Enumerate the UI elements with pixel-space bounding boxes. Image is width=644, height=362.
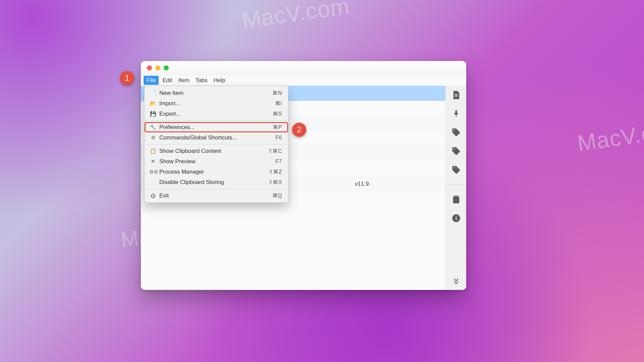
menuitem-label: Commands/Global Shortcuts... (159, 134, 275, 141)
menu-separator (145, 120, 288, 121)
tag-icon[interactable] (451, 127, 461, 137)
svg-rect-2 (455, 216, 456, 217)
menuitem-export[interactable]: 💾 Export... ⌘S (145, 109, 288, 119)
menu-tabs[interactable]: Tabs (193, 75, 211, 85)
menuitem-shortcut: ⌘I (275, 100, 282, 107)
annotation-callout-2: 2 (292, 123, 306, 137)
right-sidebar (445, 86, 466, 290)
file-icon: 📄 (149, 90, 157, 96)
menuitem-new-item[interactable]: 📄 New Item ⌘N (145, 88, 288, 98)
menuitem-show-preview[interactable]: 👁 Show Preview F7 (145, 156, 288, 167)
menuitem-shortcut: ⌘P (273, 124, 282, 130)
menuitem-shortcut: ⇧⌘Z (269, 169, 282, 175)
menuitem-label: Exit (159, 192, 272, 199)
power-icon: ⏻ (149, 193, 157, 198)
tag-icon[interactable] (451, 146, 461, 156)
clipboard-icon: 📋 (149, 148, 157, 154)
chevron-down-icon[interactable] (451, 275, 461, 285)
menu-file[interactable]: File (144, 76, 159, 85)
folder-icon: 📂 (149, 101, 157, 107)
tag-icon[interactable] (451, 165, 461, 175)
annotation-callout-1: 1 (120, 71, 134, 85)
pin-icon[interactable] (451, 109, 461, 119)
menuitem-shortcut: ⇧⌘C (268, 148, 282, 154)
window-titlebar (141, 61, 466, 75)
menu-help[interactable]: Help (211, 75, 228, 85)
menuitem-label: Disable Clipboard Storing (159, 179, 268, 186)
menuitem-show-clipboard[interactable]: 📋 Show Clipboard Content ⇧⌘C (145, 146, 288, 156)
menuitem-label: Process Manager (159, 169, 269, 175)
gears-icon: ⚙⚙ (149, 169, 157, 175)
menuitem-label: Preferences... (159, 124, 273, 131)
maximize-icon[interactable] (164, 65, 169, 70)
menuitem-shortcut: F7 (275, 159, 282, 165)
menuitem-import[interactable]: 📂 Import... ⌘I (145, 98, 288, 109)
gear-icon: ⚙ (149, 135, 157, 141)
menuitem-disable-storing[interactable]: Disable Clipboard Storing ⇧⌘X (145, 177, 288, 187)
file-dropdown: 📄 New Item ⌘N 📂 Import... ⌘I 💾 Export...… (144, 86, 288, 203)
document-icon[interactable] (451, 90, 461, 100)
save-icon: 💾 (149, 111, 157, 117)
menuitem-label: Show Clipboard Content (159, 148, 268, 155)
menuitem-label: Import... (159, 100, 275, 107)
close-icon[interactable] (147, 65, 152, 70)
menuitem-shortcut: F6 (275, 135, 282, 141)
menuitem-shortcut: ⌘N (272, 90, 282, 96)
wrench-icon: 🔧 (149, 124, 157, 130)
menuitem-exit[interactable]: ⏻ Exit ⌘Q (145, 190, 288, 201)
menuitem-commands[interactable]: ⚙ Commands/Global Shortcuts... F6 (145, 132, 288, 143)
content-area: v11.9 📄 New Item ⌘N 📂 Import... ⌘I 💾 Exp… (141, 86, 466, 290)
menu-separator (145, 189, 288, 189)
info-icon[interactable] (451, 213, 461, 223)
clipboard-icon[interactable] (451, 194, 461, 204)
menuitem-shortcut: ⌘S (273, 111, 282, 117)
menu-separator (145, 144, 288, 144)
sidebar-divider (448, 184, 464, 185)
watermark-text: MacV.com (240, 0, 351, 34)
watermark-text: MacV.co (576, 118, 644, 156)
list-text-fragment: v11.9 (355, 181, 369, 187)
menuitem-shortcut: ⌘Q (272, 192, 282, 199)
menuitem-process-manager[interactable]: ⚙⚙ Process Manager ⇧⌘Z (145, 167, 288, 177)
menu-item[interactable]: Item (175, 75, 193, 85)
app-window: File Edit Item Tabs Help (141, 61, 466, 290)
menuitem-preferences[interactable]: 🔧 Preferences... ⌘P (145, 122, 288, 132)
menuitem-label: Show Preview (159, 158, 275, 165)
svg-rect-1 (455, 218, 456, 220)
menuitem-label: New Item (159, 90, 272, 97)
menubar: File Edit Item Tabs Help (141, 75, 466, 86)
menuitem-label: Export... (159, 111, 273, 117)
eye-icon: 👁 (149, 159, 157, 164)
minimize-icon[interactable] (155, 65, 160, 70)
menu-edit[interactable]: Edit (159, 75, 175, 85)
menuitem-shortcut: ⇧⌘X (268, 179, 282, 185)
